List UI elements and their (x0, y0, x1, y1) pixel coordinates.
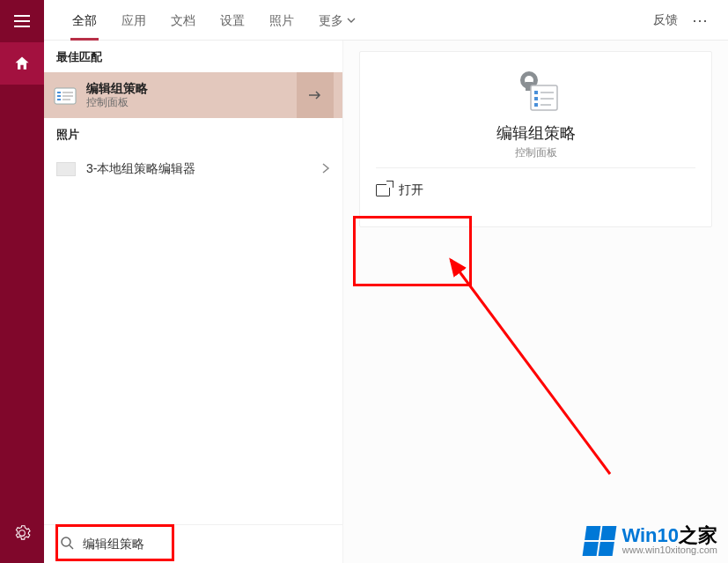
filter-tabs: 全部 应用 文档 设置 照片 更多 反馈 ⋯ (44, 0, 728, 41)
search-bar[interactable]: 编辑组策略 (44, 524, 342, 563)
gpedit-large-icon (511, 68, 561, 114)
search-input-value: 编辑组策略 (83, 537, 144, 552)
open-icon (376, 184, 390, 196)
detail-subtitle: 控制面板 (360, 145, 711, 160)
svg-rect-15 (534, 103, 538, 107)
tab-settings[interactable]: 设置 (208, 0, 257, 41)
start-sidebar (0, 0, 44, 563)
best-match-subtitle: 控制面板 (86, 96, 297, 110)
svg-rect-4 (63, 92, 73, 93)
gear-icon (13, 524, 31, 542)
chevron-down-icon (347, 16, 356, 25)
svg-rect-3 (57, 99, 61, 100)
tab-apps[interactable]: 应用 (109, 0, 158, 41)
tab-more-label: 更多 (319, 0, 343, 41)
settings-button[interactable] (0, 512, 44, 554)
tab-more[interactable]: 更多 (306, 0, 368, 41)
detail-title: 编辑组策略 (360, 122, 711, 144)
detail-pane: 编辑组策略 控制面板 打开 (343, 41, 728, 563)
overflow-menu[interactable]: ⋯ (688, 11, 712, 30)
svg-rect-16 (540, 92, 554, 93)
open-action[interactable]: 打开 (360, 168, 711, 216)
gpedit-icon (53, 83, 77, 107)
image-thumb-icon (56, 162, 76, 176)
hamburger-button[interactable] (0, 0, 44, 42)
search-panel: 全部 应用 文档 设置 照片 更多 反馈 ⋯ 最佳匹配 编辑组策略 控制面板 (44, 0, 728, 563)
svg-rect-18 (540, 104, 551, 106)
photo-result-item[interactable]: 3-本地组策略编辑器 (44, 150, 342, 189)
home-icon (13, 55, 31, 72)
open-label: 打开 (399, 182, 423, 198)
search-icon (60, 536, 74, 553)
svg-rect-2 (57, 95, 61, 97)
tab-docs[interactable]: 文档 (158, 0, 208, 41)
svg-rect-14 (534, 97, 538, 100)
svg-point-7 (62, 537, 70, 546)
chevron-right-icon (321, 162, 330, 177)
arrow-right-icon (307, 87, 323, 103)
tab-all[interactable]: 全部 (60, 0, 109, 41)
svg-rect-13 (534, 91, 538, 94)
svg-line-8 (70, 545, 73, 549)
best-match-header: 最佳匹配 (44, 41, 342, 72)
home-button[interactable] (0, 42, 44, 85)
feedback-link[interactable]: 反馈 (653, 12, 678, 28)
detail-card: 编辑组策略 控制面板 打开 (359, 51, 712, 227)
best-match-title: 编辑组策略 (86, 80, 297, 96)
svg-rect-6 (63, 99, 70, 100)
photo-result-title: 3-本地组策略编辑器 (86, 161, 321, 177)
best-match-item[interactable]: 编辑组策略 控制面板 (44, 72, 342, 118)
results-column: 最佳匹配 编辑组策略 控制面板 照片 3-本地组策略编辑器 (44, 41, 343, 563)
hamburger-icon (14, 15, 30, 27)
photos-header: 照片 (44, 118, 342, 150)
expand-details-button[interactable] (297, 72, 334, 118)
svg-rect-5 (63, 95, 73, 97)
tab-photos[interactable]: 照片 (257, 0, 306, 41)
svg-rect-1 (57, 92, 61, 93)
svg-rect-17 (540, 98, 554, 100)
